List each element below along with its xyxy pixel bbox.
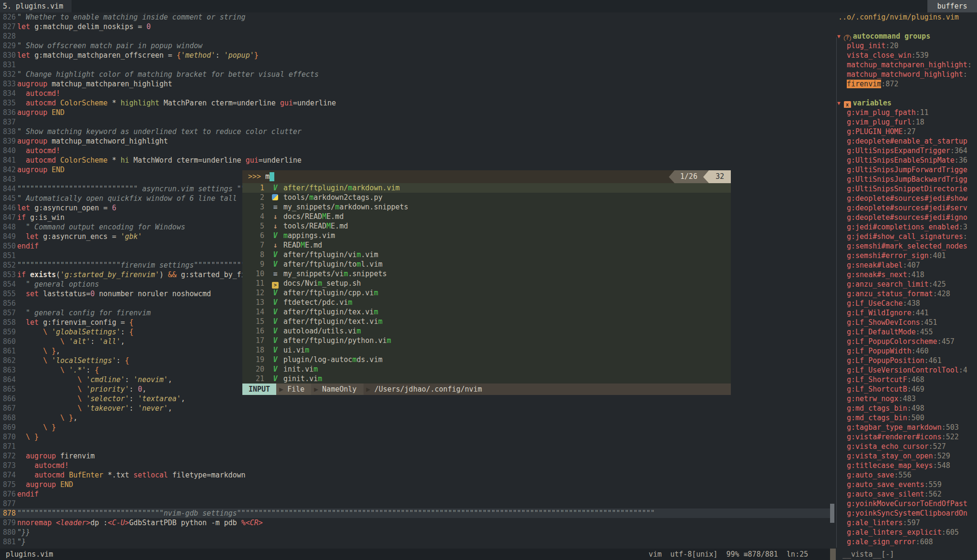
file-list-item[interactable]: 10≡my_snippets/vim.snippets bbox=[242, 269, 731, 279]
vista-tag-item[interactable]: g:Lf_UseVersionControlTool:4 bbox=[831, 365, 977, 375]
vista-tag-item[interactable]: g:anzu_status_format:428 bbox=[831, 289, 977, 299]
code-line[interactable]: 879nnoremap <leader>dp :<C-U>GdbStartPDB… bbox=[0, 518, 830, 528]
code-line[interactable]: 835 autocmd ColorScheme * highlight Matc… bbox=[0, 98, 830, 108]
vista-tag-item[interactable]: vista_close_win:539 bbox=[831, 51, 977, 60]
file-list-item[interactable]: 2tools/markdown2ctags.py bbox=[242, 193, 731, 202]
vista-tag-item[interactable]: g:UltiSnipsExpandTrigger:364 bbox=[831, 146, 977, 156]
code-line[interactable]: 830let g:matchup_matchparen_offscreen = … bbox=[0, 51, 830, 60]
vista-tag-item[interactable]: g:Lf_ShortcutF:468 bbox=[831, 375, 977, 384]
code-line[interactable]: 832" Change highlight color of matching … bbox=[0, 70, 830, 79]
vista-tag-item[interactable]: g:PLUGIN_HOME:27 bbox=[831, 127, 977, 136]
file-list-item[interactable]: 18Vui.vim bbox=[242, 345, 731, 355]
vista-tag-item[interactable]: g:jedi#show_call_signatures: bbox=[831, 232, 977, 241]
vista-tag-item[interactable]: g:titlecase_map_keys:548 bbox=[831, 461, 977, 470]
vista-tag-item[interactable]: g:sneak#s_next:418 bbox=[831, 270, 977, 280]
vista-tag-item[interactable]: g:deoplete#sources#jedi#serv bbox=[831, 203, 977, 213]
file-list-item[interactable]: 16Vautoload/utils.vim bbox=[242, 326, 731, 336]
vista-tag-item[interactable]: g:deoplete#sources#jedi#show bbox=[831, 194, 977, 203]
search-query-input[interactable]: m bbox=[261, 170, 270, 183]
file-list-item[interactable]: 20Vinit.vim bbox=[242, 364, 731, 374]
vista-tag-item[interactable]: plug_init:20 bbox=[831, 41, 977, 51]
file-list-item[interactable]: 11>docs/Nvim_setup.sh bbox=[242, 279, 731, 288]
vista-tag-item[interactable]: g:vista#renderer#icons:522 bbox=[831, 432, 977, 442]
vista-tag-item[interactable]: g:auto_save:556 bbox=[831, 470, 977, 480]
file-list-item[interactable]: 12Vafter/ftplugin/cpp.vim bbox=[242, 288, 731, 298]
code-line[interactable]: 870 \ } bbox=[0, 432, 830, 442]
code-line[interactable]: 868 \ }, bbox=[0, 413, 830, 423]
code-line[interactable]: 838" Show matching keyword as underlined… bbox=[0, 127, 830, 136]
vista-tag-item[interactable]: g:md_ctags_bin:500 bbox=[831, 413, 977, 423]
leaderf-prompt-bar[interactable]: >>> m 1/26 32 bbox=[242, 170, 731, 183]
vista-tag-item[interactable]: g:Lf_UseCache:438 bbox=[831, 299, 977, 308]
file-list-item[interactable]: 7↓README.md bbox=[242, 240, 731, 250]
code-line[interactable]: 827let g:matchup_delim_noskips = 0 bbox=[0, 22, 830, 31]
code-line[interactable]: 839augroup matchup_matchword_highlight bbox=[0, 136, 830, 146]
code-line[interactable]: 840 autocmd! bbox=[0, 146, 830, 156]
vista-tag-item[interactable]: firenvim:872 bbox=[831, 79, 977, 89]
vista-tag-item[interactable]: g:Lf_PopupPosition:461 bbox=[831, 356, 977, 365]
file-list-item[interactable]: 3≡my_snippets/markdown.snippets bbox=[242, 202, 731, 212]
sidebar-scrollbar-thumb[interactable] bbox=[830, 504, 834, 523]
buffers-tab[interactable]: buffers bbox=[927, 0, 977, 12]
file-list-item[interactable]: 9Vafter/ftplugin/toml.vim bbox=[242, 259, 731, 269]
code-line[interactable]: 877 bbox=[0, 499, 830, 508]
vista-tag-item[interactable]: g:tagbar_type_markdown:503 bbox=[831, 423, 977, 432]
code-line[interactable]: 876endif bbox=[0, 489, 830, 499]
code-line[interactable]: 867 \ 'takeover': 'never', bbox=[0, 404, 830, 413]
tab-plugins-vim[interactable]: 5. plugins.vim bbox=[0, 0, 72, 12]
file-list-item[interactable]: 17Vafter/ftplugin/python.vim bbox=[242, 336, 731, 345]
vista-tag-item[interactable]: g:vista_echo_cursor:527 bbox=[831, 442, 977, 451]
code-line[interactable]: 834 autocmd! bbox=[0, 89, 830, 98]
code-line[interactable]: 872 augroup firenvim bbox=[0, 451, 830, 461]
file-list-item[interactable]: 15Vafter/ftplugin/text.vim bbox=[242, 317, 731, 326]
vista-tag-item[interactable]: g:Lf_ShowDevIcons:451 bbox=[831, 318, 977, 327]
vista-section-header[interactable]: ▼xvariables bbox=[831, 98, 977, 108]
vista-tag-item[interactable]: g:deoplete#sources#jedi#igno bbox=[831, 213, 977, 222]
file-list-item[interactable]: 5↓tools/README.md bbox=[242, 221, 731, 231]
vista-tag-item[interactable]: g:Lf_ShortcutB:469 bbox=[831, 384, 977, 394]
vista-tag-item[interactable]: g:auto_save_events:559 bbox=[831, 480, 977, 489]
file-list-item[interactable]: 8Vafter/ftplugin/vim.vim bbox=[242, 250, 731, 259]
file-list-item[interactable]: 21Vginit.vim bbox=[242, 374, 731, 384]
code-line[interactable]: 881"} bbox=[0, 537, 830, 547]
vista-tag-item[interactable]: g:md_ctags_bin:498 bbox=[831, 404, 977, 413]
vista-tag-item[interactable]: g:UltiSnipsJumpBackwardTrigg bbox=[831, 175, 977, 184]
vista-tag-item[interactable]: g:vim_plug_furl:18 bbox=[831, 117, 977, 127]
collapse-triangle-icon[interactable]: ▼ bbox=[837, 100, 841, 106]
vista-tag-item[interactable]: g:ale_linters_explicit:605 bbox=[831, 528, 977, 537]
code-line[interactable]: 871 bbox=[0, 442, 830, 451]
vista-tag-item[interactable]: g:deoplete#enable_at_startup bbox=[831, 136, 977, 146]
code-line[interactable]: 836augroup END bbox=[0, 108, 830, 117]
code-line[interactable]: 841 autocmd ColorScheme * hi MatchWord c… bbox=[0, 156, 830, 165]
vista-tag-item[interactable]: matchup_matchword_highlight: bbox=[831, 70, 977, 79]
file-list-item[interactable]: 6Vmappings.vim bbox=[242, 231, 731, 240]
window-separator[interactable] bbox=[830, 549, 836, 560]
code-line[interactable]: 831 bbox=[0, 60, 830, 70]
code-line[interactable]: 878""""""""""""""""""""""""""""""""""nvi… bbox=[0, 508, 830, 518]
vista-tag-item[interactable]: g:anzu_search_limit:425 bbox=[831, 280, 977, 289]
vista-tag-item[interactable]: g:semshi#error_sign:401 bbox=[831, 251, 977, 260]
file-list-item[interactable]: 4↓docs/README.md bbox=[242, 212, 731, 221]
vista-section-header[interactable]: ▼?autocommand groups bbox=[831, 31, 977, 41]
code-line[interactable]: 874 autocmd BufEnter *.txt setlocal file… bbox=[0, 470, 830, 480]
vista-tag-item[interactable]: g:ale_sign_error:608 bbox=[831, 537, 977, 547]
vista-tag-item[interactable]: g:sneak#label:407 bbox=[831, 260, 977, 270]
code-line[interactable]: 875 augroup END bbox=[0, 480, 830, 489]
vista-tag-item[interactable]: g:yoinkMoveCursorToEndOfPast bbox=[831, 499, 977, 508]
vista-tag-item[interactable]: g:jedi#completions_enabled:3 bbox=[831, 222, 977, 232]
vista-tag-item[interactable]: matchup_matchparen_highlight: bbox=[831, 60, 977, 70]
vista-tag-item[interactable]: g:Lf_PopupColorscheme:457 bbox=[831, 337, 977, 346]
code-line[interactable]: 829" Show offscreen match pair in popup … bbox=[0, 41, 830, 51]
vista-tag-item[interactable]: g:Lf_WildIgnore:441 bbox=[831, 308, 977, 318]
vista-tag-item[interactable]: g:UltiSnipsSnippetDirectorie bbox=[831, 184, 977, 194]
code-line[interactable]: 833augroup matchup_matchparen_highlight bbox=[0, 79, 830, 89]
vista-tag-item[interactable]: g:UltiSnipsEnableSnipMate:36 bbox=[831, 156, 977, 165]
code-line[interactable]: 826" Whether to enable matching inside c… bbox=[0, 12, 830, 22]
vista-tag-item[interactable]: g:semshi#mark_selected_nodes bbox=[831, 241, 977, 251]
vista-tag-item[interactable]: g:Lf_DefaultMode:455 bbox=[831, 327, 977, 337]
code-line[interactable]: 837 bbox=[0, 117, 830, 127]
code-line[interactable]: 866 \ 'selector': 'textarea', bbox=[0, 394, 830, 404]
file-list-item[interactable]: 1Vafter/ftplugin/markdown.vim bbox=[242, 183, 731, 193]
vista-tag-item[interactable]: g:auto_save_silent:562 bbox=[831, 489, 977, 499]
file-list-item[interactable]: 14Vafter/ftplugin/tex.vim bbox=[242, 307, 731, 317]
